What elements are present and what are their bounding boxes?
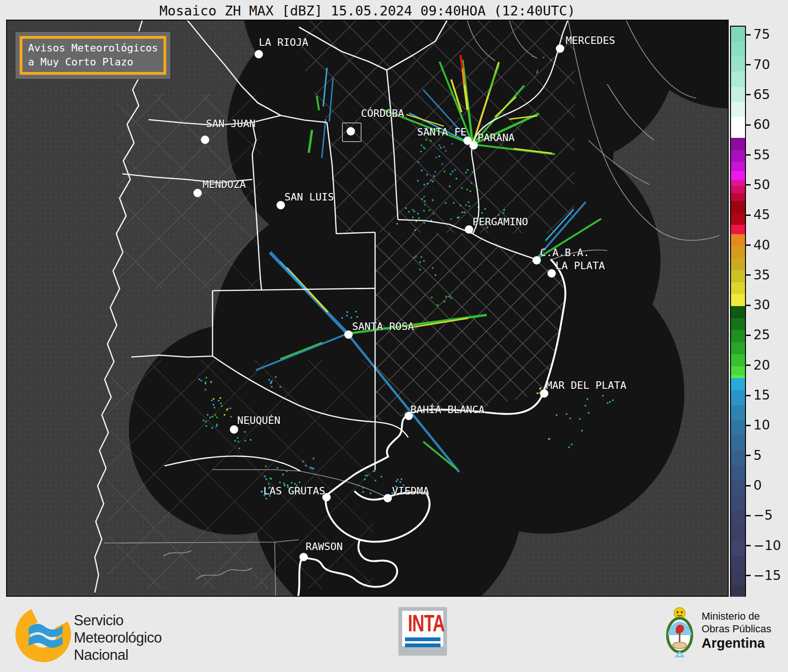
city-marker (201, 136, 209, 144)
colorbar-segment (731, 150, 745, 162)
city-label: LA RIOJA (259, 36, 308, 48)
city-label: PARANA (477, 132, 514, 143)
colorbar-tick (745, 244, 751, 246)
colorbar-tick (745, 94, 751, 95)
colorbar-tick (745, 335, 751, 336)
colorbar-segment (731, 342, 745, 354)
colorbar-segment (731, 495, 745, 510)
city-marker (347, 127, 355, 136)
smn-wave-icon (28, 624, 63, 637)
colorbar-tick (745, 124, 751, 126)
city-marker (547, 269, 556, 278)
dbz-colorbar (730, 26, 746, 599)
city-label: SANTA FE (417, 126, 467, 138)
colorbar-tick (745, 395, 751, 396)
colorbar-segment (731, 234, 745, 246)
colorbar-tick (745, 274, 751, 276)
city-marker (193, 189, 202, 197)
colorbar-tick (745, 184, 751, 186)
colorbar-tick (745, 575, 751, 576)
city-label: LA PLATA (555, 260, 605, 272)
city-marker (277, 201, 285, 209)
colorbar-segment (731, 138, 745, 150)
colorbar-segment (731, 450, 745, 465)
colorbar-tick-label: 55 (753, 148, 770, 163)
city-marker (230, 425, 238, 434)
colorbar-tick (745, 545, 751, 546)
city-label: MENDOZA (203, 179, 246, 190)
colorbar-segment (731, 318, 745, 330)
city-marker (344, 330, 353, 339)
city-marker (469, 141, 478, 150)
colorbar-tick-label: 45 (753, 207, 770, 222)
colorbar-segment (731, 354, 745, 366)
city-marker (255, 50, 263, 58)
colorbar-segment (731, 57, 745, 71)
city-label: C.A.B.A. (540, 247, 589, 258)
colorbar-tick-label: 65 (753, 87, 770, 102)
city-layer: LA RIOJAMERCEDESSAN JUANCÓRDOBASANTA FEP… (7, 21, 728, 596)
colorbar-tick (745, 365, 751, 366)
city-label: MERCEDES (566, 35, 615, 46)
colorbar-tick (745, 425, 751, 426)
colorbar-segment (731, 330, 745, 342)
city-label: SAN JUAN (206, 118, 256, 129)
colorbar-segment (731, 201, 745, 213)
colorbar-tick-label: −15 (753, 568, 781, 583)
colorbar-segment (731, 102, 745, 117)
colorbar-tick-label: 10 (753, 418, 770, 433)
inta-bar-icon (405, 643, 440, 647)
colorbar-segment (731, 162, 745, 171)
colorbar-segment (731, 180, 745, 186)
colorbar-segment (731, 366, 745, 375)
colorbar-segment (731, 525, 745, 540)
colorbar-segment (731, 270, 745, 282)
colorbar-tick (745, 154, 751, 156)
inta-bar-icon (405, 637, 440, 641)
colorbar-tick-label: 0 (753, 478, 762, 493)
colorbar-tick-label: 35 (753, 268, 770, 283)
colorbar-segment (731, 87, 745, 102)
colorbar-segment (731, 27, 745, 42)
colorbar-segment (731, 258, 745, 270)
warnings-banner-button[interactable]: Avisos Meteorológicos a Muy Corto Plazo (15, 32, 170, 79)
colorbar-tick-label: 40 (753, 238, 770, 253)
city-marker (556, 44, 564, 53)
colorbar-segment (731, 405, 745, 420)
colorbar-tick-label: 15 (753, 388, 770, 403)
city-label: MAR DEL PLATA (546, 379, 626, 391)
colorbar-tick-label: 5 (753, 448, 762, 463)
colorbar-tick (745, 64, 751, 65)
colorbar-segment (731, 556, 745, 571)
colorbar-tick-label: 60 (753, 117, 770, 132)
colorbar-segment (731, 510, 745, 525)
radar-product-page: Mosaico ZH MAX [dBZ] 15.05.2024 09:40HOA… (0, 0, 788, 672)
footer: Servicio Meteorológico Nacional INTA Min… (0, 597, 788, 672)
colorbar-segment (731, 282, 745, 294)
colorbar-segment (731, 246, 745, 258)
colorbar-segment (731, 42, 745, 57)
colorbar-segment (731, 586, 745, 598)
colorbar-tick-label: −10 (753, 538, 781, 553)
colorbar-segment (731, 193, 745, 201)
colorbar-segment (731, 390, 745, 405)
colorbar-tick-label: 70 (753, 57, 770, 72)
colorbar-segment (731, 465, 745, 480)
colorbar-segment (731, 294, 745, 306)
colorbar-segment (731, 213, 745, 225)
colorbar-tick (745, 305, 751, 306)
colorbar-tick (745, 214, 751, 216)
city-marker (465, 225, 473, 234)
inta-logo: INTA (398, 607, 447, 656)
colorbar-tick (745, 515, 751, 516)
colorbar-segment (731, 435, 745, 450)
colorbar-segment (731, 171, 745, 180)
city-marker (383, 494, 392, 502)
colorbar-segment (731, 117, 745, 138)
warnings-banner-line2: a Muy Corto Plazo (28, 55, 158, 69)
city-label: CÓRDOBA (361, 107, 405, 119)
warnings-banner-line1: Avisos Meteorológicos (28, 41, 158, 55)
colorbar-segment (731, 71, 745, 86)
radar-mosaic-map: LA RIOJAMERCEDESSAN JUANCÓRDOBASANTA FEP… (6, 20, 729, 597)
product-title: Mosaico ZH MAX [dBZ] 15.05.2024 09:40HOA… (6, 3, 729, 19)
